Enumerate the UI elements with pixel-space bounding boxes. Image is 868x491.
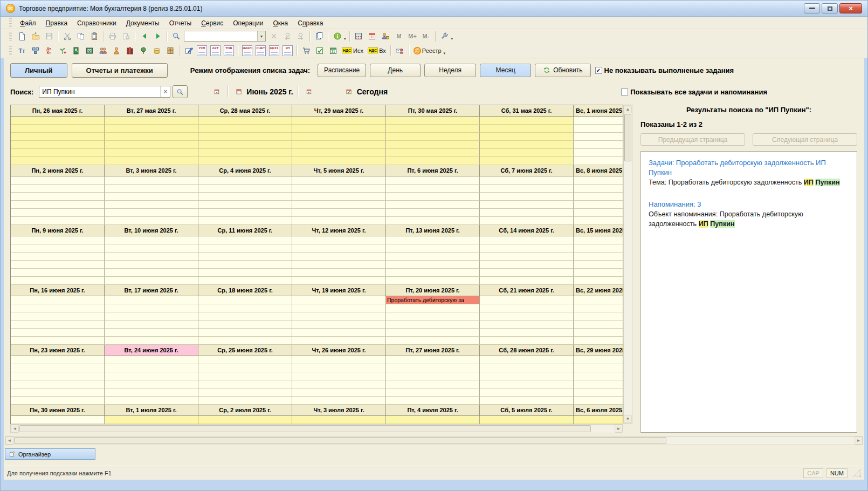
- calendar-cell[interactable]: [292, 253, 386, 261]
- calendar-cell[interactable]: [574, 244, 623, 253]
- waybill-doc-icon[interactable]: НАКЛ: [240, 44, 254, 57]
- calendar-cell[interactable]: [574, 380, 623, 388]
- services-doc-icon[interactable]: УСЛ: [195, 44, 209, 57]
- calendar-cell[interactable]: [386, 185, 480, 193]
- calendar-cell[interactable]: [574, 388, 623, 397]
- calendar-vertical-scrollbar[interactable]: ▲ ▼: [623, 105, 632, 424]
- refresh-button[interactable]: Обновить: [535, 64, 590, 77]
- calendar-cell[interactable]: [105, 388, 198, 397]
- save-icon[interactable]: [42, 30, 56, 43]
- calendar-cell[interactable]: [480, 253, 574, 261]
- calendar-cell[interactable]: [292, 133, 386, 141]
- purchases-cart-icon[interactable]: [299, 44, 313, 57]
- calendar-cell[interactable]: [105, 193, 198, 201]
- calendar-cell[interactable]: [574, 337, 623, 345]
- calendar-cell[interactable]: [105, 157, 198, 165]
- undo-icon[interactable]: [137, 30, 151, 43]
- calendar-cell[interactable]: [11, 149, 105, 157]
- day-header[interactable]: Ср, 18 июня 2025 г.: [198, 285, 292, 296]
- menu-правка[interactable]: Правка: [41, 18, 73, 28]
- day-header[interactable]: Сб, 31 мая 2025 г.: [480, 105, 574, 117]
- next-page-button[interactable]: Следующая страница: [753, 133, 857, 146]
- calendar-cell[interactable]: [480, 133, 574, 141]
- calendar-cell[interactable]: [198, 157, 292, 165]
- calendar-cell[interactable]: [292, 209, 386, 217]
- calendar-cell[interactable]: [480, 304, 574, 312]
- service-settings-icon[interactable]: [438, 30, 451, 43]
- calendar-cell[interactable]: [574, 193, 623, 201]
- calendar-cell[interactable]: [11, 364, 105, 372]
- print-icon[interactable]: [106, 30, 119, 43]
- calendar-cell[interactable]: [386, 176, 480, 185]
- calendar-cell[interactable]: [292, 364, 386, 372]
- calendar-cell[interactable]: [11, 380, 105, 388]
- organization-icon[interactable]: [69, 44, 82, 57]
- calendar-cell[interactable]: [386, 261, 480, 269]
- calendar-cell[interactable]: [105, 277, 198, 285]
- calendar-cell[interactable]: [386, 244, 480, 253]
- day-header[interactable]: Пн, 26 мая 2025 г.: [11, 105, 105, 117]
- mode-week-button[interactable]: Неделя: [424, 64, 476, 77]
- calendar-cell[interactable]: [105, 372, 198, 380]
- calendar-cell[interactable]: [11, 201, 105, 209]
- calendar-cell[interactable]: [105, 209, 198, 217]
- calendar-cell[interactable]: [574, 416, 623, 424]
- calendar-cell[interactable]: [11, 117, 105, 125]
- calendar-cell[interactable]: [198, 277, 292, 285]
- calendar-cell[interactable]: [292, 296, 386, 304]
- calendar-cell[interactable]: [574, 356, 623, 364]
- calendar-cell[interactable]: [105, 149, 198, 157]
- windows-list-icon[interactable]: [312, 30, 326, 43]
- calendar-cell[interactable]: [11, 356, 105, 364]
- calendar-cell[interactable]: [198, 149, 292, 157]
- calendar-cell[interactable]: [198, 217, 292, 225]
- menu-окна[interactable]: Окна: [268, 18, 293, 28]
- act-doc-icon[interactable]: АКТ: [209, 44, 222, 57]
- calendar-cell[interactable]: [574, 185, 623, 193]
- calendar-cell[interactable]: [574, 141, 623, 149]
- scrollbar-thumb[interactable]: [14, 437, 666, 444]
- employee-icon[interactable]: [109, 44, 123, 57]
- month-calendar-icon-button[interactable]: [232, 85, 245, 98]
- calendar-cell[interactable]: [480, 356, 574, 364]
- calendar-cell[interactable]: [198, 304, 292, 312]
- calendar-cell[interactable]: [386, 304, 480, 312]
- calendar-cell[interactable]: [292, 217, 386, 225]
- calendar-cell[interactable]: [11, 416, 105, 424]
- prev-month-button[interactable]: [210, 85, 223, 98]
- calendar-cell[interactable]: [11, 244, 105, 253]
- calendar-cell[interactable]: [11, 217, 105, 225]
- calendar-cell[interactable]: [198, 236, 292, 244]
- vat-out-icon[interactable]: НДСИсх: [340, 44, 366, 57]
- menu-файл[interactable]: Файл: [15, 18, 41, 28]
- next-month-button[interactable]: [302, 85, 315, 98]
- calendar-cell[interactable]: [105, 141, 198, 149]
- restore-button[interactable]: [822, 3, 838, 13]
- day-header[interactable]: Вс, 1 июня 2025 г.: [574, 105, 623, 117]
- calendar-cell[interactable]: [292, 149, 386, 157]
- calendar-cell[interactable]: [574, 329, 623, 337]
- calendar-cell[interactable]: [292, 236, 386, 244]
- day-header[interactable]: Пн, 9 июня 2025 г.: [11, 225, 105, 236]
- memory-add-button[interactable]: M+: [406, 30, 419, 43]
- calendar-cell[interactable]: [292, 141, 386, 149]
- hide-done-checkbox[interactable]: ✔: [595, 67, 602, 74]
- day-header[interactable]: Вс, 29 июня 2025 г.: [574, 345, 623, 356]
- calendar-cell[interactable]: [292, 312, 386, 320]
- day-header[interactable]: Сб, 21 июня 2025 г.: [480, 285, 574, 296]
- calendar-cell[interactable]: [292, 244, 386, 253]
- scrollbar-thumb[interactable]: [624, 114, 631, 161]
- journals-icon[interactable]: [123, 44, 136, 57]
- menu-справка[interactable]: Справка: [293, 18, 328, 28]
- calendar-cell[interactable]: [386, 329, 480, 337]
- calendar-cell[interactable]: [574, 304, 623, 312]
- calendar-cell[interactable]: [11, 312, 105, 320]
- day-header[interactable]: Вт, 3 июня 2025 г.: [105, 165, 198, 176]
- calendar-cell[interactable]: [105, 320, 198, 329]
- clear-search-icon[interactable]: [267, 30, 280, 43]
- scroll-left-arrow[interactable]: ◄: [5, 437, 13, 445]
- calendar-cell[interactable]: [292, 329, 386, 337]
- calendar-cell[interactable]: [386, 320, 480, 329]
- clear-search-icon[interactable]: ×: [160, 86, 170, 97]
- calendar-cell[interactable]: [198, 185, 292, 193]
